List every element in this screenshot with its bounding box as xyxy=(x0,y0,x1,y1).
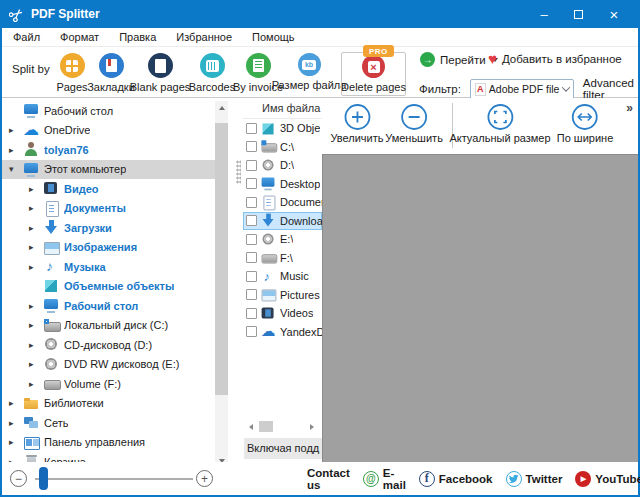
split-by-file-size-button[interactable]: Размер файла xyxy=(274,53,344,91)
tree-item-dvd-drive-e[interactable]: DVD RW дисковод (E:) xyxy=(2,355,217,375)
file-row-3d-objects[interactable]: 3D Obje xyxy=(243,119,322,138)
file-name-column-header[interactable]: Имя файла xyxy=(243,98,322,119)
tree-item-user[interactable]: tolyan76 xyxy=(2,140,217,160)
slider-track[interactable] xyxy=(35,478,193,480)
tree-item-volume-f[interactable]: Volume (F:) xyxy=(2,374,217,394)
scrollbar-thumb[interactable] xyxy=(259,421,273,432)
tree-scrollbar[interactable] xyxy=(215,101,228,462)
include-subfolders-option[interactable]: Включая подд xyxy=(244,438,322,459)
tree-item-videos[interactable]: Видео xyxy=(2,179,217,199)
email-link[interactable]: E-mail xyxy=(363,467,406,491)
zoom-out-button[interactable]: Уменьшить xyxy=(385,103,443,144)
file-row-c-drive[interactable]: C:\ xyxy=(243,138,322,157)
menu-edit[interactable]: Правка xyxy=(109,31,166,43)
expand-arrow-icon[interactable] xyxy=(29,223,43,233)
expand-arrow-icon[interactable] xyxy=(29,301,43,311)
youtube-link[interactable]: YouTube xyxy=(575,471,640,487)
file-row-f-drive[interactable]: F:\ xyxy=(243,249,322,268)
facebook-link[interactable]: Facebook xyxy=(419,471,493,487)
scroll-up-icon[interactable] xyxy=(215,101,228,114)
scroll-right-icon[interactable] xyxy=(307,422,316,431)
expand-arrow-icon[interactable] xyxy=(29,359,43,369)
tree-item-network[interactable]: Сеть xyxy=(2,413,217,433)
checkbox[interactable] xyxy=(246,160,257,171)
cube-3d-icon xyxy=(261,121,277,135)
close-icon[interactable] xyxy=(598,0,630,28)
checkbox[interactable] xyxy=(246,234,257,245)
filter-dropdown[interactable]: Adobe PDF file (* xyxy=(470,79,574,100)
add-to-favorites-button[interactable]: Добавить в избранное xyxy=(488,51,622,66)
checkbox[interactable] xyxy=(246,308,257,319)
toolbar-overflow-icon[interactable]: » xyxy=(626,101,633,115)
split-by-blank-pages-button[interactable]: Blank pages xyxy=(130,53,190,93)
menu-format[interactable]: Формат xyxy=(50,31,109,43)
menu-file[interactable]: Файл xyxy=(2,31,50,43)
zoom-in-button[interactable]: Увеличить xyxy=(330,103,383,144)
tree-item-3d-objects[interactable]: Объемные объекты xyxy=(2,277,217,297)
expand-arrow-icon[interactable] xyxy=(29,340,43,350)
file-row-music[interactable]: Music xyxy=(243,267,322,286)
expand-arrow-icon[interactable] xyxy=(29,379,43,389)
file-list-horizontal-scrollbar[interactable] xyxy=(246,420,316,433)
actual-size-button[interactable]: Актуальный размер xyxy=(449,103,550,144)
menu-help[interactable]: Помощь xyxy=(242,31,305,43)
tree-item-onedrive[interactable]: OneDrive xyxy=(2,121,217,141)
file-row-d-drive[interactable]: D:\ xyxy=(243,156,322,175)
file-row-e-drive[interactable]: E:\ xyxy=(243,230,322,249)
tree-item-desktop-root[interactable]: Рабочий стол xyxy=(2,101,217,121)
zoom-plus-icon[interactable] xyxy=(196,470,213,487)
checkbox[interactable] xyxy=(246,289,257,300)
file-row-documents[interactable]: Documen xyxy=(243,193,322,212)
tree-item-downloads[interactable]: Загрузки xyxy=(2,218,217,238)
menu-favorites[interactable]: Избранное xyxy=(166,31,242,43)
expand-arrow-icon[interactable] xyxy=(9,437,23,447)
checkbox[interactable] xyxy=(246,252,257,263)
checkbox[interactable] xyxy=(246,271,257,282)
tree-item-control-panel[interactable]: Панель управления xyxy=(2,433,217,453)
goto-button[interactable]: Перейти xyxy=(420,52,498,67)
file-row-yandexdisk[interactable]: YandexD xyxy=(243,323,322,342)
collapse-arrow-icon[interactable] xyxy=(9,164,23,174)
tree-item-local-disk-c[interactable]: Локальный диск (C:) xyxy=(2,316,217,336)
tree-item-libraries[interactable]: Библиотеки xyxy=(2,394,217,414)
tree-item-this-pc[interactable]: Этот компьютер xyxy=(2,160,217,180)
expand-arrow-icon[interactable] xyxy=(9,125,23,135)
file-row-pictures[interactable]: Pictures xyxy=(243,286,322,305)
scrollbar-thumb[interactable] xyxy=(215,123,228,395)
checkbox[interactable] xyxy=(246,141,257,152)
expand-arrow-icon[interactable] xyxy=(29,203,43,213)
scroll-left-icon[interactable] xyxy=(246,422,255,431)
tree-item-pictures[interactable]: Изображения xyxy=(2,238,217,258)
twitter-link[interactable]: Twitter xyxy=(506,471,563,487)
delete-pages-button[interactable]: PRO Delete pages xyxy=(341,52,406,96)
music-note-icon xyxy=(43,259,60,274)
checkbox[interactable] xyxy=(246,215,257,226)
slider-handle[interactable] xyxy=(39,467,48,490)
expand-arrow-icon[interactable] xyxy=(29,262,43,272)
file-row-downloads[interactable]: Downloa xyxy=(243,212,322,231)
split-by-bookmarks-button[interactable]: Закладки xyxy=(86,53,136,93)
expand-arrow-icon[interactable] xyxy=(9,145,23,155)
tree-item-desktop[interactable]: Рабочий стол xyxy=(2,296,217,316)
tree-item-documents[interactable]: Документы xyxy=(2,199,217,219)
expand-arrow-icon[interactable] xyxy=(29,184,43,194)
expand-arrow-icon[interactable] xyxy=(9,418,23,428)
maximize-icon[interactable] xyxy=(562,0,594,28)
expand-arrow-icon[interactable] xyxy=(9,398,23,408)
expand-arrow-icon[interactable] xyxy=(29,320,43,330)
fit-width-button[interactable]: По ширине xyxy=(557,103,614,144)
checkbox[interactable] xyxy=(246,326,257,337)
file-row-videos[interactable]: Videos xyxy=(243,304,322,323)
minimize-icon[interactable] xyxy=(528,0,560,28)
checkbox[interactable] xyxy=(246,197,257,208)
checkbox[interactable] xyxy=(246,123,257,134)
checkbox[interactable] xyxy=(246,178,257,189)
tree-item-recycle-bin[interactable]: Корзина xyxy=(2,452,217,462)
expand-arrow-icon[interactable] xyxy=(29,242,43,252)
scroll-down-icon[interactable] xyxy=(215,454,228,462)
panel-splitter[interactable] xyxy=(236,160,241,184)
zoom-minus-icon[interactable] xyxy=(10,470,27,487)
file-row-desktop[interactable]: Desktop xyxy=(243,175,322,194)
tree-item-music[interactable]: Музыка xyxy=(2,257,217,277)
tree-item-cd-drive-d[interactable]: CD-дисковод (D:) xyxy=(2,335,217,355)
